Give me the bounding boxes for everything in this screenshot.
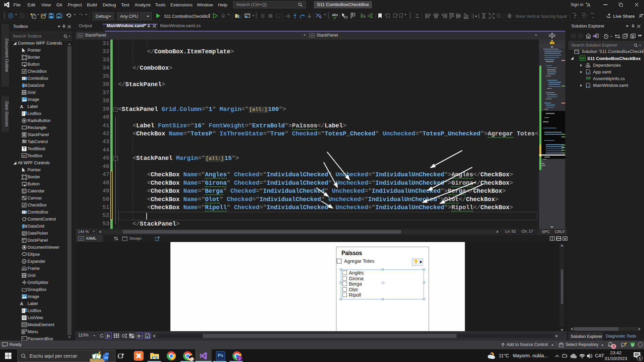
svg-text:12: 12 [23, 191, 26, 193]
svg-text:xy: xy [23, 288, 25, 290]
svg-text:abl: abl [22, 155, 26, 157]
svg-text:**: ** [22, 338, 24, 340]
